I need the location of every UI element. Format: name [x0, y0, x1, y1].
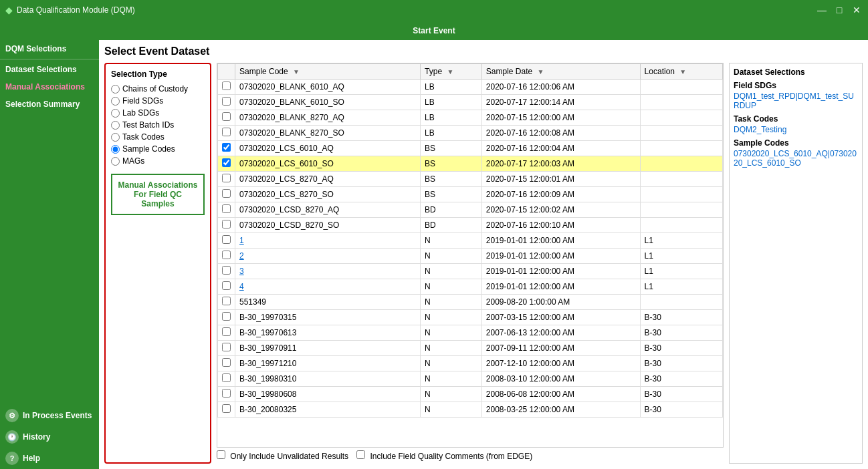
radio-sample-codes[interactable]	[111, 145, 120, 154]
row-check-12[interactable]	[218, 249, 235, 264]
row-check-13[interactable]	[218, 264, 235, 279]
cell-location: B-30	[640, 325, 722, 341]
radio-task-codes[interactable]	[111, 133, 120, 142]
row-check-5[interactable]	[218, 141, 235, 156]
maximize-button[interactable]: □	[833, 5, 845, 15]
cell-sample-code: 07302020_LCSD_8270_AQ	[235, 202, 421, 218]
row-check-21[interactable]	[218, 387, 235, 402]
cell-sample-code: B-30_19970315	[235, 310, 421, 325]
cell-sample-code: 4	[235, 279, 421, 295]
row-check-14[interactable]	[218, 279, 235, 295]
cell-type: LB	[421, 126, 482, 141]
cell-type: N	[421, 233, 482, 249]
sidebar-item-dataset-selections[interactable]: Dataset Selections	[0, 61, 99, 78]
row-check-22[interactable]	[218, 402, 235, 418]
cell-sample-code: B-30_19980608	[235, 387, 421, 402]
close-button[interactable]: ✕	[851, 5, 863, 15]
radio-item-lab-sdgs[interactable]: Lab SDGs	[111, 108, 205, 118]
row-check-6[interactable]	[218, 156, 235, 172]
cell-sample-code: B-30_19971210	[235, 356, 421, 371]
radio-chains[interactable]	[111, 85, 120, 94]
radio-label-sample-codes: Sample Codes	[122, 144, 175, 154]
row-check-4[interactable]	[218, 126, 235, 141]
radio-item-sample-codes[interactable]: Sample Codes	[111, 144, 205, 154]
cell-sample-date: 2020-07-16 12:00:08 AM	[481, 126, 640, 141]
table-row: B-30_19970315N2007-03-15 12:00:00 AMB-30	[218, 310, 723, 325]
table-container[interactable]: Sample Code ▼ Type ▼ Sample Date ▼ Locat…	[217, 63, 724, 448]
manual-associations-button[interactable]: Manual Associations For Field QC Samples	[111, 174, 205, 215]
cell-sample-code: B-30_20080325	[235, 402, 421, 418]
radio-item-chains[interactable]: Chains of Custody	[111, 84, 205, 94]
field-quality-comments-checkbox[interactable]	[356, 450, 365, 459]
cell-location	[640, 172, 722, 187]
header-title: Start Event	[413, 26, 455, 35]
table-row: 1N2019-01-01 12:00:00 AML1	[218, 233, 723, 249]
row-check-15[interactable]	[218, 295, 235, 310]
cell-location: B-30	[640, 387, 722, 402]
content-area: Select Event Dataset Selection Type Chai…	[99, 40, 868, 469]
cell-sample-code: B-30_19980310	[235, 371, 421, 387]
radio-item-field-sdgs[interactable]: Field SDGs	[111, 96, 205, 106]
cell-location	[640, 95, 722, 110]
field-quality-comments-label[interactable]: Include Field Quality Comments (from EDG…	[356, 450, 532, 461]
row-check-8[interactable]	[218, 187, 235, 202]
row-check-17[interactable]	[218, 325, 235, 341]
in-process-events-label: In Process Events	[23, 411, 92, 420]
cell-sample-date: 2007-06-13 12:00:00 AM	[481, 325, 640, 341]
row-check-2[interactable]	[218, 95, 235, 110]
radio-test-batch[interactable]	[111, 121, 120, 130]
cell-sample-date: 2020-07-15 12:00:00 AM	[481, 110, 640, 126]
cell-sample-code: 07302020_LCS_6010_SO	[235, 156, 421, 172]
unvalidated-results-checkbox[interactable]	[217, 450, 225, 459]
radio-item-test-batch[interactable]: Test Batch IDs	[111, 120, 205, 130]
radio-label-chains: Chains of Custody	[122, 84, 188, 94]
cell-sample-code: 1	[235, 233, 421, 249]
row-check-3[interactable]	[218, 110, 235, 126]
filter-icon-sample-code[interactable]: ▼	[293, 68, 300, 75]
unvalidated-results-label[interactable]: Only Include Unvalidated Results	[217, 450, 348, 461]
radio-item-mags[interactable]: MAGs	[111, 156, 205, 166]
sidebar-item-history[interactable]: 🕐 History	[0, 426, 99, 448]
row-check-10[interactable]	[218, 218, 235, 233]
col-header-check	[218, 64, 235, 80]
cell-type: LB	[421, 95, 482, 110]
right-section-label-2: Sample Codes	[734, 138, 858, 148]
radio-lab-sdgs[interactable]	[111, 109, 120, 118]
table-row: 07302020_LCS_8270_AQBS2020-07-15 12:00:0…	[218, 172, 723, 187]
filter-icon-location[interactable]: ▼	[679, 68, 686, 75]
sidebar-item-dqm-selections[interactable]: DQM Selections	[0, 40, 99, 57]
sidebar-item-help[interactable]: ? Help	[0, 448, 99, 469]
minimize-button[interactable]: —	[816, 5, 828, 15]
row-check-20[interactable]	[218, 371, 235, 387]
app-icon: ◆	[5, 5, 13, 15]
row-check-18[interactable]	[218, 341, 235, 356]
row-check-9[interactable]	[218, 202, 235, 218]
row-check-16[interactable]	[218, 310, 235, 325]
cell-sample-date: 2007-03-15 12:00:00 AM	[481, 310, 640, 325]
sidebar-item-manual-associations[interactable]: Manual Associations	[0, 78, 99, 96]
cell-sample-date: 2019-01-01 12:00:00 AM	[481, 233, 640, 249]
cell-sample-code: 07302020_LCS_8270_AQ	[235, 172, 421, 187]
filter-icon-sample-date[interactable]: ▼	[538, 68, 544, 75]
cell-location	[640, 141, 722, 156]
radio-mags[interactable]	[111, 157, 120, 166]
sidebar-item-in-process-events[interactable]: ⚙ In Process Events	[0, 405, 99, 426]
table-row: B-30_19970613N2007-06-13 12:00:00 AMB-30	[218, 325, 723, 341]
cell-type: N	[421, 264, 482, 279]
app-title: Data Qualification Module (DQM)	[17, 5, 135, 15]
sidebar-item-selection-summary[interactable]: Selection Summary	[0, 96, 99, 113]
cell-location: B-30	[640, 310, 722, 325]
right-section-value-0: DQM1_test_RPD|DQM1_test_SURDUP	[734, 92, 858, 110]
radio-item-task-codes[interactable]: Task Codes	[111, 132, 205, 142]
row-check-19[interactable]	[218, 356, 235, 371]
cell-location	[640, 202, 722, 218]
page-title: Select Event Dataset	[104, 45, 863, 57]
sidebar: DQM Selections Dataset Selections Manual…	[0, 40, 99, 469]
radio-field-sdgs[interactable]	[111, 97, 120, 106]
row-check-7[interactable]	[218, 172, 235, 187]
filter-icon-type[interactable]: ▼	[447, 68, 453, 75]
cell-sample-code: 2	[235, 249, 421, 264]
content-body: Selection Type Chains of CustodyField SD…	[104, 63, 863, 464]
row-check-1[interactable]	[218, 80, 235, 95]
row-check-11[interactable]	[218, 233, 235, 249]
